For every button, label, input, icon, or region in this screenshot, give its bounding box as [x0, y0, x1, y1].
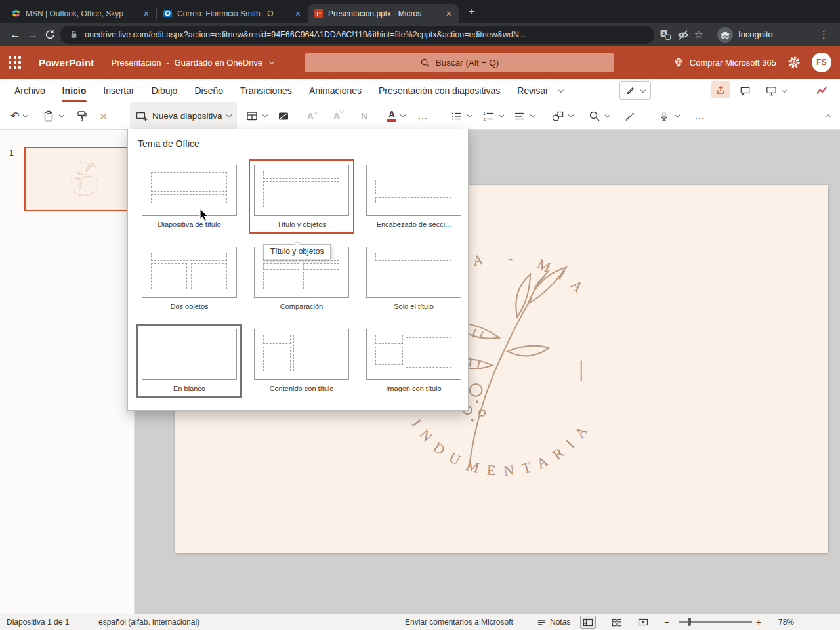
back-icon[interactable]: ←	[7, 29, 24, 41]
more-font-options-button[interactable]: …	[417, 102, 429, 129]
shrink-font-button: A	[333, 102, 345, 129]
layout-option-section-header[interactable]: Encabezado de secci...	[361, 159, 467, 234]
menu-tab-revisar[interactable]: Revisar	[509, 79, 556, 102]
feedback-link[interactable]: Enviar comentarios a Microsoft	[405, 614, 513, 630]
url-text[interactable]: onedrive.live.com/edit.aspx?action=editn…	[85, 30, 646, 39]
menu-tab-diseno[interactable]: Diseño	[186, 79, 232, 102]
brand-logo-mini	[62, 158, 106, 201]
new-slide-button[interactable]: Nueva diapositiva	[130, 102, 237, 129]
layout-menu-title: Tema de Office	[138, 138, 468, 149]
layout-option-title-only[interactable]: Solo el título	[361, 242, 467, 316]
eye-off-icon[interactable]	[677, 28, 690, 41]
layout-icon	[245, 110, 259, 123]
layout-preview	[142, 329, 237, 380]
zoom-in-button[interactable]: +	[756, 614, 761, 630]
new-tab-button[interactable]: +	[465, 5, 478, 18]
slide-thumbnail[interactable]	[24, 147, 129, 211]
reset-button[interactable]	[277, 102, 290, 129]
zoom-level[interactable]: 78%	[778, 614, 794, 630]
translate-icon[interactable]: A	[659, 28, 672, 41]
placeholder-box	[151, 194, 227, 203]
delete-button[interactable]: ×	[100, 102, 108, 129]
placeholder-box	[375, 197, 452, 203]
slideshow-view-button[interactable]	[635, 616, 651, 629]
language-button[interactable]: español (alfab. internacional)	[98, 614, 200, 630]
align-button[interactable]	[513, 102, 536, 129]
format-painter-button[interactable]	[75, 102, 88, 129]
doc-save-status: Guardado en OneDrive	[175, 58, 262, 68]
editing-mode-button[interactable]	[620, 81, 651, 100]
menu-tab-insertar[interactable]: Insertar	[94, 79, 142, 102]
browser-tab-powerpoint[interactable]: P Presentación.pptx - Micros ×	[308, 4, 459, 23]
chevron-up-icon	[826, 114, 831, 119]
present-button[interactable]	[765, 81, 787, 100]
numbering-button[interactable]: 1 2	[482, 102, 504, 129]
zoom-slider-handle[interactable]	[688, 618, 691, 626]
browser-menu-icon[interactable]: ⋮	[814, 29, 833, 41]
lock-icon	[68, 29, 79, 40]
browser-tab-outlook[interactable]: Correo: Florencia Smith - O ×	[157, 4, 308, 23]
zoom-out-button[interactable]: −	[664, 614, 669, 630]
bullets-button[interactable]	[450, 102, 472, 129]
collapse-ribbon-button[interactable]	[824, 102, 831, 129]
layout-option-two-objects[interactable]: Dos objetos	[136, 242, 242, 316]
designer-button[interactable]	[623, 102, 637, 129]
svg-text:1: 1	[484, 111, 486, 115]
incognito-label: Incognito	[738, 30, 773, 39]
menu-tab-inicio[interactable]: Inicio	[54, 79, 95, 102]
layout-option-blank[interactable]: En blanco	[136, 324, 242, 398]
format-painter-icon	[75, 110, 88, 123]
layout-option-content-caption[interactable]: Contenido con título	[249, 324, 354, 398]
layout-grid: Diapositiva de títuloTítulo y objetosEnc…	[136, 159, 467, 398]
menu-tab-dibujo[interactable]: Dibujo	[143, 79, 186, 102]
layout-option-title-slide[interactable]: Diapositiva de título	[136, 159, 242, 234]
dictate-button[interactable]	[658, 102, 680, 129]
slide-number: 1	[9, 148, 14, 158]
menu-tab-presentacion[interactable]: Presentación con diapositivas	[370, 79, 509, 102]
normal-view-button[interactable]	[580, 616, 596, 629]
bold-button: N	[361, 102, 368, 129]
share-icon	[715, 84, 726, 96]
layout-option-title-objects[interactable]: Título y objetos	[249, 159, 354, 234]
layout-option-picture-caption[interactable]: Imagen con título	[361, 324, 467, 398]
paste-button[interactable]	[42, 102, 64, 129]
menu-tab-transiciones[interactable]: Transiciones	[232, 79, 301, 102]
placeholder-box	[375, 253, 452, 261]
document-title[interactable]: Presentación - Guardado en OneDrive	[112, 58, 275, 68]
browser-tab-bar: MSN | Outlook, Office, Skyp × Correo: Fl…	[0, 0, 840, 23]
buy-microsoft365-button[interactable]: Comprar Microsoft 365	[673, 56, 776, 68]
find-button[interactable]	[588, 102, 610, 129]
reload-icon[interactable]	[43, 28, 56, 41]
close-tab-icon[interactable]: ×	[445, 9, 453, 18]
address-bar[interactable]: onedrive.live.com/edit.aspx?action=editn…	[60, 26, 654, 44]
gear-icon[interactable]	[788, 56, 801, 69]
shapes-button[interactable]	[551, 102, 574, 129]
more-commands-button[interactable]: …	[694, 102, 705, 129]
layout-preview	[142, 165, 237, 216]
browser-tab-msn[interactable]: MSN | Outlook, Office, Skyp ×	[5, 4, 156, 23]
search-box[interactable]: Buscar (Alt + Q)	[305, 52, 614, 72]
chevron-down-icon	[782, 87, 787, 92]
close-tab-icon[interactable]: ×	[142, 9, 150, 18]
menu-overflow-icon[interactable]	[558, 87, 563, 92]
app-launcher-icon[interactable]	[9, 56, 21, 69]
comments-button[interactable]	[739, 81, 751, 100]
undo-button[interactable]: ↶	[10, 102, 28, 129]
activity-button[interactable]	[815, 81, 828, 100]
grow-font-button: A	[307, 102, 318, 129]
layout-button[interactable]	[245, 102, 268, 129]
outlook-icon	[163, 9, 173, 18]
diamond-icon	[673, 56, 684, 68]
menu-tab-animaciones[interactable]: Animaciones	[301, 79, 370, 102]
menu-tab-archivo[interactable]: Archivo	[6, 79, 54, 102]
avatar[interactable]: FS	[812, 52, 831, 72]
layout-preview	[366, 329, 461, 380]
font-color-button[interactable]: A	[387, 102, 406, 129]
bookmark-star-icon[interactable]: ☆	[690, 29, 707, 41]
grid-view-button[interactable]	[609, 616, 625, 629]
notes-toggle[interactable]: Notas	[537, 614, 570, 630]
close-tab-icon[interactable]: ×	[294, 9, 302, 18]
placeholder-box	[263, 335, 291, 344]
more-icon: …	[417, 110, 429, 122]
share-button[interactable]	[711, 81, 730, 98]
